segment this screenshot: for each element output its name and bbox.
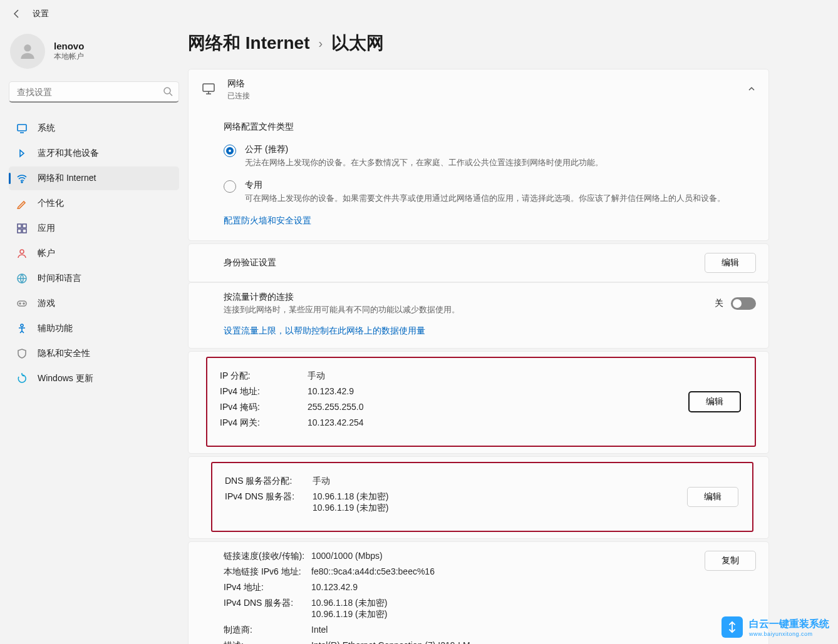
metered-title: 按流量计费的连接 [224, 292, 715, 303]
nav-item-2[interactable]: 网络和 Internet [9, 166, 179, 190]
svg-rect-6 [18, 229, 21, 233]
metered-switch-label: 关 [715, 298, 723, 309]
svg-rect-4 [18, 224, 21, 228]
shield-icon [16, 348, 28, 359]
nav-item-10[interactable]: Windows 更新 [9, 367, 179, 391]
metered-card: 按流量计费的连接 连接到此网络时，某些应用可能具有不同的功能以减少数据使用。 关… [188, 282, 769, 349]
svg-point-8 [20, 250, 24, 253]
svg-rect-10 [18, 301, 26, 306]
breadcrumb: 网络和 Internet › 以太网 [188, 31, 769, 55]
watermark: 白云一键重装系统 www.baiyunxitong.com [722, 616, 829, 638]
sidebar: lenovo 本地帐户 系统蓝牙和其他设备网络和 Internet个性化应用帐户… [0, 28, 188, 644]
kv-row: IPv4 DNS 服务器:10.96.1.18 (未加密)10.96.1.19 … [225, 491, 740, 514]
kv-row: 描述:Intel(R) Ethernet Connection (7) I219… [224, 640, 756, 644]
svg-point-12 [23, 303, 24, 304]
dns-edit-button[interactable]: 编辑 [687, 487, 738, 507]
kv-row: IPv4 地址:10.123.42.9 [224, 582, 756, 593]
nav-item-6[interactable]: 时间和语言 [9, 267, 179, 290]
nav-item-1[interactable]: 蓝牙和其他设备 [9, 141, 179, 165]
nav-item-0[interactable]: 系统 [9, 116, 179, 140]
auth-edit-button[interactable]: 编辑 [705, 253, 756, 273]
radio-private-desc: 可在网络上发现你的设备。如果需要文件共享或使用通过此网络通信的应用，请选择此选项… [245, 193, 725, 204]
kv-value: 10.123.42.254 [308, 417, 364, 429]
kv-row: IPv4 DNS 服务器:10.96.1.18 (未加密)10.96.1.19 … [224, 598, 756, 620]
radio-private-label: 专用 [245, 180, 725, 191]
nav-label: 网络和 Internet [38, 173, 96, 184]
svg-rect-7 [23, 229, 26, 233]
kv-label: IPv4 地址: [220, 386, 308, 397]
back-button[interactable] [9, 6, 25, 22]
avatar [10, 34, 45, 69]
kv-label: IPv4 掩码: [220, 402, 308, 413]
network-status: 已连接 [227, 91, 250, 101]
kv-row: 链接速度(接收/传输):1000/1000 (Mbps) [224, 551, 756, 562]
watermark-line2: www.baiyunxitong.com [749, 631, 829, 637]
profile-name: lenovo [54, 41, 84, 51]
kv-value: 10.123.42.9 [308, 386, 354, 397]
kv-value: 手动 [313, 476, 330, 487]
breadcrumb-parent[interactable]: 网络和 Internet [188, 31, 309, 55]
kv-row: 制造商:Intel [224, 625, 756, 636]
svg-rect-5 [23, 224, 26, 228]
nav-item-4[interactable]: 应用 [9, 217, 179, 240]
kv-label: 制造商: [224, 625, 311, 636]
nav-label: 应用 [38, 223, 55, 234]
nav-item-9[interactable]: 隐私和安全性 [9, 342, 179, 365]
chevron-up-icon [747, 84, 756, 95]
kv-value: 255.255.255.0 [308, 402, 364, 413]
bluetooth-icon [16, 148, 28, 159]
user-profile[interactable]: lenovo 本地帐户 [9, 31, 179, 81]
radio-public[interactable] [224, 145, 236, 157]
radio-private[interactable] [224, 180, 236, 193]
nav-label: 蓝牙和其他设备 [38, 148, 99, 159]
kv-value: 手动 [308, 371, 325, 382]
svg-rect-14 [203, 84, 214, 91]
kv-value: Intel(R) Ethernet Connection (7) I219-LM [311, 640, 470, 644]
kv-label: IPv4 网关: [220, 417, 308, 429]
kv-label: 描述: [224, 640, 311, 644]
metered-switch[interactable] [731, 297, 756, 310]
metered-desc: 连接到此网络时，某些应用可能具有不同的功能以减少数据使用。 [224, 305, 715, 315]
kv-label: IPv4 地址: [224, 582, 311, 593]
kv-label: IP 分配: [220, 371, 308, 382]
firewall-link[interactable]: 配置防火墙和安全设置 [224, 215, 311, 227]
kv-row: IPv4 掩码:255.255.255.0 [220, 402, 742, 413]
network-status-header[interactable]: 网络 已连接 [189, 69, 768, 110]
kv-row: IPv4 网关:10.123.42.254 [220, 417, 742, 429]
profile-type-title: 网络配置文件类型 [224, 121, 733, 133]
kv-row: IP 分配:手动 [220, 371, 742, 382]
radio-public-desc: 无法在网络上发现你的设备。在大多数情况下，在家庭、工作或公共位置连接到网络时使用… [245, 158, 603, 168]
svg-point-3 [21, 181, 23, 183]
search-icon [163, 86, 173, 98]
nav-list: 系统蓝牙和其他设备网络和 Internet个性化应用帐户时间和语言游戏辅助功能隐… [9, 116, 179, 391]
kv-label: 本地链接 IPv6 地址: [224, 566, 311, 578]
kv-value: Intel [311, 625, 328, 636]
svg-point-13 [21, 324, 23, 327]
watermark-icon [722, 616, 743, 638]
nav-item-3[interactable]: 个性化 [9, 192, 179, 215]
data-limit-link[interactable]: 设置流量上限，以帮助控制在此网络上的数据使用量 [224, 325, 425, 337]
kv-row: 本地链接 IPv6 地址:fe80::9ca4:a44d:c5e3:beec%1… [224, 566, 756, 578]
nav-label: 个性化 [38, 198, 64, 209]
nav-item-5[interactable]: 帐户 [9, 242, 179, 265]
copy-button[interactable]: 复制 [705, 551, 756, 571]
network-title: 网络 [227, 78, 250, 89]
apps-icon [16, 223, 28, 234]
ip-edit-button[interactable]: 编辑 [688, 391, 741, 412]
auth-title: 身份验证设置 [224, 257, 705, 268]
game-icon [16, 298, 28, 309]
profile-subtitle: 本地帐户 [54, 51, 84, 62]
person-icon [16, 248, 28, 259]
chevron-right-icon: › [318, 36, 323, 51]
nav-label: 游戏 [38, 298, 55, 309]
nav-item-8[interactable]: 辅助功能 [9, 317, 179, 340]
nav-label: 系统 [38, 123, 55, 134]
nav-label: 时间和语言 [38, 273, 81, 284]
wifi-icon [16, 173, 28, 184]
search-input[interactable] [9, 81, 179, 103]
kv-label: IPv4 DNS 服务器: [224, 598, 311, 620]
kv-label: IPv4 DNS 服务器: [225, 491, 313, 514]
nav-item-7[interactable]: 游戏 [9, 292, 179, 315]
breadcrumb-current: 以太网 [331, 31, 384, 55]
window-title: 设置 [33, 8, 49, 19]
